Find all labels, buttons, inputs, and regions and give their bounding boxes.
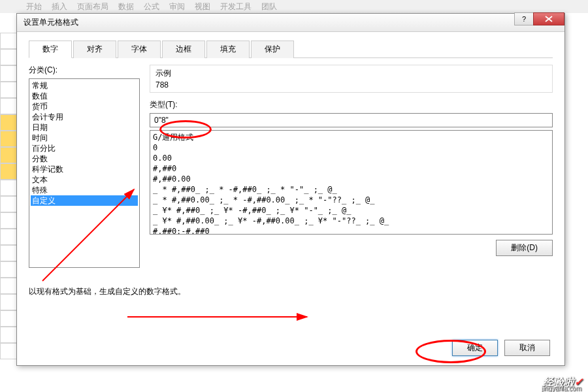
format-cells-dialog: 设置单元格格式 ? 数字 对齐 字体 边框 填充 保护 分类(C): 常规 数值… bbox=[16, 13, 565, 366]
ribbon-tab[interactable]: 开发工具 bbox=[220, 1, 252, 12]
dialog-title: 设置单元格格式 bbox=[24, 17, 78, 28]
category-item-currency[interactable]: 货币 bbox=[31, 101, 138, 112]
ribbon-tab[interactable]: 公式 bbox=[144, 1, 159, 12]
format-item[interactable]: 0 bbox=[153, 142, 549, 153]
format-item[interactable]: _ ¥* #,##0_ ;_ ¥* -#,##0_ ;_ ¥* "-"_ ;_ … bbox=[153, 205, 549, 216]
category-item-percentage[interactable]: 百分比 bbox=[31, 143, 138, 154]
format-listbox[interactable]: G/通用格式 0 0.00 #,##0 #,##0.00 _ * #,##0_ … bbox=[150, 130, 553, 235]
category-item-general[interactable]: 常规 bbox=[31, 80, 138, 91]
category-label: 分类(C): bbox=[29, 65, 140, 76]
category-item-fraction[interactable]: 分数 bbox=[31, 154, 138, 164]
format-item[interactable]: G/通用格式 bbox=[153, 132, 549, 142]
ribbon-tab[interactable]: 视图 bbox=[195, 1, 210, 12]
tab-fill[interactable]: 填充 bbox=[206, 41, 250, 58]
tab-font[interactable]: 字体 bbox=[118, 41, 161, 58]
ok-button[interactable]: 确定 bbox=[452, 340, 498, 356]
help-button[interactable]: ? bbox=[514, 12, 534, 25]
delete-button[interactable]: 删除(D) bbox=[496, 240, 553, 256]
format-item[interactable]: 0.00 bbox=[153, 153, 549, 163]
sample-box: 示例 788 bbox=[150, 65, 553, 93]
format-item[interactable]: #,##0.00 bbox=[153, 174, 549, 184]
ribbon-tabs: 开始 插入 页面布局 数据 公式 审阅 视图 开发工具 团队 bbox=[0, 0, 588, 13]
format-item[interactable]: _ * #,##0_ ;_ * -#,##0_ ;_ * "-"_ ;_ @_ bbox=[153, 184, 549, 195]
category-item-special[interactable]: 特殊 bbox=[31, 185, 138, 195]
type-label: 类型(T): bbox=[150, 99, 553, 110]
sample-value: 788 bbox=[155, 80, 547, 90]
category-listbox[interactable]: 常规 数值 货币 会计专用 日期 时间 百分比 分数 科学记数 文本 特殊 自定… bbox=[29, 78, 140, 268]
format-item[interactable]: #,##0 bbox=[153, 163, 549, 174]
format-item[interactable]: _ ¥* #,##0.00_ ;_ ¥* -#,##0.00_ ;_ ¥* "-… bbox=[153, 216, 549, 226]
watermark-url: jingyanla.com bbox=[542, 385, 581, 392]
format-item[interactable]: #,##0;-#,##0 bbox=[153, 226, 549, 235]
tab-border[interactable]: 边框 bbox=[162, 41, 205, 58]
tab-number[interactable]: 数字 bbox=[29, 41, 72, 58]
dialog-titlebar: 设置单元格格式 ? bbox=[17, 14, 564, 32]
category-item-scientific[interactable]: 科学记数 bbox=[31, 164, 138, 174]
format-item[interactable]: _ * #,##0.00_ ;_ * -#,##0.00_ ;_ * "-"??… bbox=[153, 195, 549, 205]
category-item-custom[interactable]: 自定义 bbox=[31, 195, 138, 206]
ribbon-tab[interactable]: 数据 bbox=[118, 1, 134, 12]
category-item-number[interactable]: 数值 bbox=[31, 91, 138, 101]
ribbon-tab[interactable]: 开始 bbox=[26, 1, 42, 12]
ribbon-tab[interactable]: 插入 bbox=[52, 1, 67, 12]
category-item-date[interactable]: 日期 bbox=[31, 122, 138, 133]
close-button[interactable] bbox=[533, 12, 564, 25]
category-item-time[interactable]: 时间 bbox=[31, 133, 138, 143]
ribbon-tab[interactable]: 团队 bbox=[261, 1, 277, 12]
tab-protection[interactable]: 保护 bbox=[251, 41, 294, 58]
type-input[interactable] bbox=[150, 113, 553, 127]
category-item-accounting[interactable]: 会计专用 bbox=[31, 112, 138, 122]
cancel-button[interactable]: 取消 bbox=[504, 340, 550, 356]
tab-alignment[interactable]: 对齐 bbox=[73, 41, 116, 58]
hint-text: 以现有格式为基础，生成自定义的数字格式。 bbox=[29, 286, 553, 297]
ribbon-tab[interactable]: 审阅 bbox=[169, 1, 185, 12]
category-item-text[interactable]: 文本 bbox=[31, 174, 138, 185]
ribbon-tab[interactable]: 页面布局 bbox=[77, 1, 108, 12]
dialog-tabs: 数字 对齐 字体 边框 填充 保护 bbox=[29, 40, 553, 58]
sample-label: 示例 bbox=[155, 68, 547, 79]
